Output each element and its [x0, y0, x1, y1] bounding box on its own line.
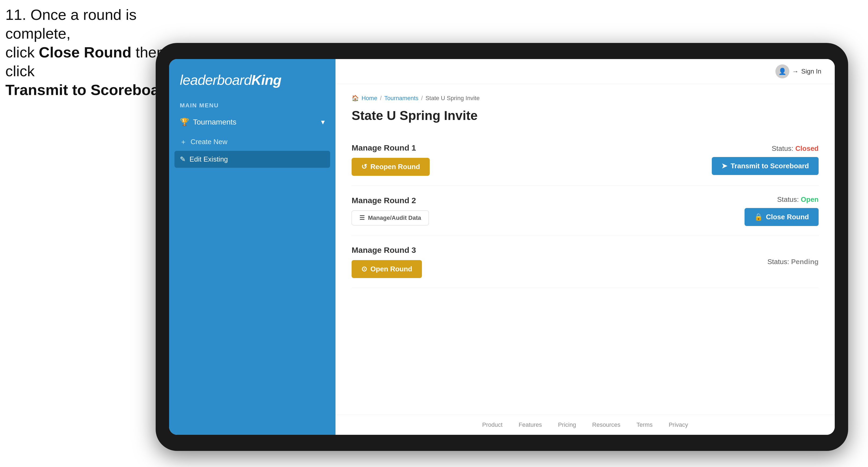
footer-privacy[interactable]: Privacy [669, 422, 688, 428]
tournaments-label: Tournaments [193, 118, 237, 126]
main-content: 👤 → Sign In 🏠 Home / Tournaments / State [336, 59, 835, 435]
tablet-device: leaderboardKing MAIN MENU 🏆 Tournaments … [156, 43, 848, 451]
sign-in-label: → [792, 68, 799, 75]
sidebar-sub-nav: ＋ Create New ✎ Edit Existing [175, 133, 330, 168]
close-round-button[interactable]: 🔒 Close Round [745, 208, 818, 226]
instruction-bold1: Close Round [39, 44, 131, 61]
round-1-right: Status: Closed ➤ Transmit to Scoreboard [712, 145, 818, 175]
reopen-round-button[interactable]: ↺ Reopen Round [351, 158, 430, 176]
footer-terms[interactable]: Terms [637, 422, 653, 428]
sidebar: leaderboardKing MAIN MENU 🏆 Tournaments … [169, 59, 336, 435]
round-1-status: Status: Closed [772, 145, 818, 153]
chevron-down-icon: ▾ [321, 118, 325, 126]
round-3-left: Manage Round 3 ⊙ Open Round [351, 246, 422, 278]
transmit-label: Transmit to Scoreboard [731, 162, 809, 170]
breadcrumb-current: State U Spring Invite [426, 95, 479, 102]
round-3-title: Manage Round 3 [351, 246, 422, 255]
main-menu-label: MAIN MENU [169, 98, 336, 112]
footer-resources[interactable]: Resources [592, 422, 620, 428]
round-2-status-value: Open [801, 195, 818, 204]
round-2-status: Status: Open [777, 195, 818, 204]
open-icon: ⊙ [361, 265, 367, 273]
round-2-left: Manage Round 2 ☰ Manage/Audit Data [351, 196, 429, 225]
logo-leaderboard: leaderboard [180, 72, 251, 88]
sign-in-button[interactable]: 👤 → Sign In [775, 64, 821, 79]
reopen-icon: ↺ [361, 163, 367, 171]
top-header: 👤 → Sign In [336, 59, 835, 84]
tournaments-item-left: 🏆 Tournaments [180, 118, 237, 126]
instruction-line1: 11. Once a round is complete, [5, 6, 136, 42]
close-round-label: Close Round [766, 213, 809, 221]
round-1-section: Manage Round 1 ↺ Reopen Round Status: Cl… [351, 134, 818, 186]
open-round-button[interactable]: ⊙ Open Round [351, 260, 422, 278]
app-layout: leaderboardKing MAIN MENU 🏆 Tournaments … [169, 59, 835, 435]
edit-icon: ✎ [180, 155, 186, 163]
breadcrumb-sep2: / [421, 95, 423, 102]
page-body: 🏠 Home / Tournaments / State U Spring In… [336, 84, 835, 415]
round-3-section: Manage Round 3 ⊙ Open Round Status: Pend… [351, 236, 818, 288]
footer-features[interactable]: Features [519, 422, 542, 428]
breadcrumb: 🏠 Home / Tournaments / State U Spring In… [351, 95, 818, 102]
sign-in-text: Sign In [801, 68, 821, 75]
edit-existing-label: Edit Existing [189, 155, 228, 163]
round-3-status: Status: Pending [767, 258, 818, 266]
logo-king: King [251, 72, 282, 88]
sidebar-item-create-new[interactable]: ＋ Create New [175, 133, 330, 151]
page-footer: Product Features Pricing Resources Terms… [336, 415, 835, 435]
footer-pricing[interactable]: Pricing [558, 422, 576, 428]
manage-audit-button[interactable]: ☰ Manage/Audit Data [351, 210, 429, 225]
instruction-line2: click [5, 44, 39, 61]
round-3-status-value: Pending [791, 258, 818, 266]
breadcrumb-tournaments[interactable]: Tournaments [384, 95, 418, 102]
page-title: State U Spring Invite [351, 108, 818, 123]
round-1-left: Manage Round 1 ↺ Reopen Round [351, 143, 430, 176]
avatar: 👤 [775, 64, 789, 79]
reopen-label: Reopen Round [370, 163, 420, 171]
breadcrumb-home[interactable]: Home [362, 95, 377, 102]
lock-icon: 🔒 [754, 213, 763, 221]
sidebar-item-edit-existing[interactable]: ✎ Edit Existing [175, 151, 330, 168]
tablet-screen: leaderboardKing MAIN MENU 🏆 Tournaments … [169, 59, 835, 435]
round-2-right: Status: Open 🔒 Close Round [745, 195, 818, 226]
sidebar-nav: 🏆 Tournaments ▾ ＋ Create New ✎ Edit Exis… [169, 112, 336, 168]
create-new-label: Create New [191, 138, 227, 146]
trophy-icon: 🏆 [180, 118, 189, 126]
plus-icon: ＋ [180, 137, 187, 147]
round-1-title: Manage Round 1 [351, 143, 430, 152]
round-2-title: Manage Round 2 [351, 196, 429, 205]
round-1-status-value: Closed [795, 145, 818, 152]
footer-product[interactable]: Product [482, 422, 502, 428]
logo-area: leaderboardKing [169, 59, 336, 98]
audit-label: Manage/Audit Data [368, 214, 421, 221]
transmit-to-scoreboard-button[interactable]: ➤ Transmit to Scoreboard [712, 157, 818, 175]
transmit-icon: ➤ [721, 162, 727, 170]
breadcrumb-sep1: / [380, 95, 382, 102]
sidebar-item-tournaments[interactable]: 🏆 Tournaments ▾ [175, 112, 330, 132]
app-logo: leaderboardKing [180, 72, 325, 88]
instruction-bold2: Transmit to Scoreboard. [5, 81, 178, 98]
open-round-label: Open Round [370, 265, 412, 273]
audit-icon: ☰ [360, 214, 365, 221]
round-2-section: Manage Round 2 ☰ Manage/Audit Data Statu… [351, 186, 818, 236]
home-icon: 🏠 [351, 95, 359, 102]
round-3-right: Status: Pending [767, 258, 818, 266]
